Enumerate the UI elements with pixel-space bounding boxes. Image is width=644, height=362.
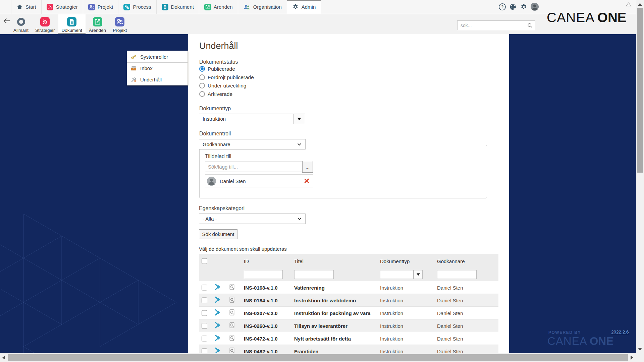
dokument-icon <box>67 17 77 27</box>
module-dokument[interactable]: Dokument <box>58 14 86 34</box>
radio-button[interactable] <box>199 91 205 97</box>
preview-document-icon[interactable] <box>228 309 235 317</box>
tab-admin[interactable]: Admin <box>287 0 321 14</box>
open-document-arrow-icon[interactable] <box>214 283 221 292</box>
admin-side-menu: Systemroller Inbox Underhåll <box>127 51 188 85</box>
collapse-header-icon[interactable] <box>625 2 632 7</box>
radio-arkiverade[interactable]: Arkiverade <box>199 91 254 97</box>
chevron-down-icon <box>297 142 302 147</box>
tab-process[interactable]: Process <box>118 0 156 14</box>
filter-titel-input[interactable] <box>294 270 334 279</box>
module-arenden[interactable]: Ärenden <box>86 14 109 34</box>
dropdown-triangle-icon <box>417 274 420 276</box>
dokumentstatus-radio-group: Publicerade Fördröjt publicerade Under u… <box>199 66 254 97</box>
column-header-godkannare[interactable]: Godkännare <box>437 258 465 264</box>
scroll-up-arrow-icon[interactable] <box>638 3 642 6</box>
dokumentstatus-label: Dokumentstatus <box>199 59 238 65</box>
column-header-titel[interactable]: Titel <box>294 258 304 264</box>
row-checkbox[interactable] <box>202 310 207 316</box>
vertical-scrollbar-thumb[interactable] <box>637 8 643 173</box>
row-checkbox[interactable] <box>202 348 207 353</box>
user-avatar[interactable] <box>531 3 539 11</box>
module-projekt[interactable]: Projekt <box>109 14 130 34</box>
scroll-down-arrow-icon[interactable] <box>638 348 642 351</box>
gear-icon[interactable] <box>520 3 528 11</box>
tab-organisation[interactable]: Organisation <box>238 0 287 14</box>
palette-icon[interactable] <box>509 3 517 11</box>
projekt-icon <box>88 4 95 10</box>
preview-document-icon[interactable] <box>228 347 235 353</box>
assignee-search-field[interactable] <box>205 164 302 170</box>
global-search-box[interactable] <box>457 20 535 30</box>
assignee-avatar <box>207 177 216 186</box>
scroll-right-arrow-icon[interactable] <box>631 356 633 360</box>
dokumenttyp-dropdown-button[interactable] <box>293 114 305 124</box>
tab-start[interactable]: Start <box>11 0 41 14</box>
svg-text:?: ? <box>501 4 504 9</box>
open-document-arrow-icon[interactable] <box>214 296 221 304</box>
radio-under-utveckling[interactable]: Under utveckling <box>199 83 254 88</box>
version-link[interactable]: 2022.2.6 <box>611 329 629 335</box>
help-icon[interactable]: ? <box>498 3 506 11</box>
column-header-id[interactable]: ID <box>244 258 249 264</box>
row-checkbox[interactable] <box>202 285 207 290</box>
open-document-arrow-icon[interactable] <box>214 347 221 353</box>
back-arrow-icon[interactable] <box>3 17 11 25</box>
radio-button[interactable] <box>199 66 205 72</box>
open-document-arrow-icon[interactable] <box>214 321 221 330</box>
filter-dokumenttyp-dropdown-button[interactable] <box>414 270 423 279</box>
select-all-checkbox[interactable] <box>202 258 207 264</box>
remove-assignee-icon[interactable] <box>304 178 309 183</box>
powered-by-label: POWERED BY <box>548 330 581 335</box>
menu-item-inbox[interactable]: Inbox <box>127 62 187 74</box>
open-document-arrow-icon[interactable] <box>214 309 221 317</box>
row-checkbox[interactable] <box>202 297 207 303</box>
ring-icon <box>16 17 26 27</box>
menu-item-underhall[interactable]: Underhåll <box>127 74 187 85</box>
tab-arenden[interactable]: Ärenden <box>199 0 238 14</box>
projekt-icon <box>115 17 125 27</box>
home-icon <box>16 4 23 10</box>
column-header-dokumenttyp[interactable]: Dokumenttyp <box>380 258 410 264</box>
module-allmant[interactable]: Allmänt <box>10 14 32 34</box>
tab-dokument[interactable]: Dokument <box>156 0 199 14</box>
tab-projekt[interactable]: Projekt <box>83 0 118 14</box>
sok-dokument-button[interactable]: Sök dokument <box>199 229 237 239</box>
module-strategier[interactable]: Strategier <box>32 14 58 34</box>
filter-godkannare-field[interactable] <box>437 272 509 278</box>
preview-document-icon[interactable] <box>228 334 235 343</box>
canea-one-watermark: CANEAONE <box>547 335 613 348</box>
egenskapskategori-label: Egenskapskategori <box>199 205 245 212</box>
radio-button[interactable] <box>199 74 205 80</box>
horizontal-scrollbar-thumb[interactable] <box>8 354 628 361</box>
menu-item-systemroller[interactable]: Systemroller <box>127 51 187 62</box>
egenskapskategori-select[interactable]: - Alla - <box>199 214 306 224</box>
row-checkbox[interactable] <box>202 336 207 341</box>
dokumenttyp-combobox[interactable]: Instruktion <box>199 114 293 124</box>
preview-document-icon[interactable] <box>228 321 235 330</box>
table-row: INS-0260-v.1.0 Tillsyn av leverantörer I… <box>199 319 498 332</box>
search-icon[interactable] <box>527 22 533 28</box>
preview-document-icon[interactable] <box>228 296 235 304</box>
radio-publicerade[interactable]: Publicerade <box>199 66 254 72</box>
dokumenttyp-label: Dokumenttyp <box>199 106 231 112</box>
arenden-icon <box>93 17 103 27</box>
document-table: ID Titel Dokumenttyp Godkännare <box>199 254 498 353</box>
assignee-browse-button[interactable]: ... <box>302 161 313 173</box>
open-document-arrow-icon[interactable] <box>214 334 221 343</box>
filter-id-input[interactable] <box>244 270 283 279</box>
tilldelad-till-search-input[interactable] <box>205 162 302 172</box>
filter-dokumenttyp-input[interactable] <box>380 270 414 279</box>
table-row: INS-0472-v.1.0 Nytt arbetssätt för detta… <box>199 332 498 345</box>
row-checkbox[interactable] <box>202 323 207 328</box>
preview-document-icon[interactable] <box>228 283 235 292</box>
dokumentroll-select[interactable]: Godkännare <box>199 139 306 149</box>
search-input[interactable] <box>458 23 527 28</box>
tab-strategier[interactable]: Strategier <box>41 0 83 14</box>
radio-fordrojt-publicerade[interactable]: Fördröjt publicerade <box>199 74 254 80</box>
scroll-left-arrow-icon[interactable] <box>2 356 5 360</box>
filter-godkannare-input[interactable] <box>437 270 477 279</box>
radio-button[interactable] <box>199 83 205 88</box>
table-row: INS-0482-v.1.0 Framtiden Instruktion Dan… <box>199 345 498 353</box>
filter-titel-field[interactable] <box>294 272 367 278</box>
